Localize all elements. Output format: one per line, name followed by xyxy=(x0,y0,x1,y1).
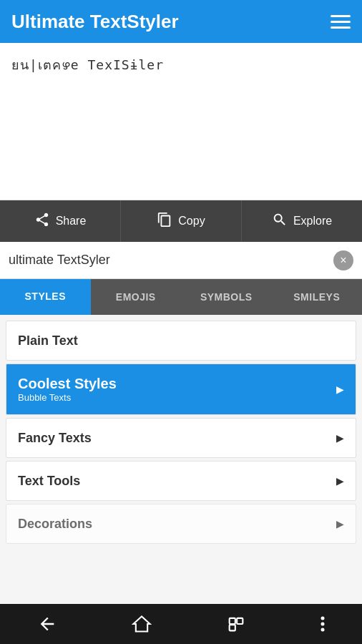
tab-symbols[interactable]: SYMBOLS xyxy=(181,279,272,315)
home-icon xyxy=(132,614,152,634)
item-label: Plain Text xyxy=(18,333,78,348)
svg-rect-1 xyxy=(230,618,235,624)
arrow-icon: ▶ xyxy=(336,475,344,487)
expanded-row: Coolest Styles Bubble Texts ▶ xyxy=(18,376,344,403)
svg-rect-2 xyxy=(237,618,243,624)
arrow-icon: ▶ xyxy=(336,384,344,395)
svg-rect-3 xyxy=(230,625,235,630)
share-button[interactable]: Share xyxy=(0,200,121,242)
list-item[interactable]: Coolest Styles Bubble Texts ▶ xyxy=(6,364,356,415)
copy-label: Copy xyxy=(178,215,205,228)
app-title: Ultimate TextStyler xyxy=(11,11,179,33)
tab-smileys[interactable]: SMILEYS xyxy=(272,279,363,315)
clear-search-button[interactable]: × xyxy=(333,250,353,270)
copy-button[interactable]: Copy xyxy=(121,200,242,242)
copy-icon xyxy=(157,212,172,231)
list-item[interactable]: Decorations ▶ xyxy=(6,504,356,544)
search-bar: × xyxy=(0,242,362,279)
back-icon xyxy=(37,614,57,634)
tab-emojis[interactable]: EMOJIS xyxy=(91,279,182,315)
more-nav-button[interactable] xyxy=(306,610,339,638)
share-icon xyxy=(34,212,50,231)
svg-point-6 xyxy=(321,628,325,632)
app-header: Ultimate TextStyler xyxy=(0,0,362,43)
action-bar: Share Copy Explore xyxy=(0,200,362,242)
item-label: Text Tools xyxy=(18,474,80,489)
item-label: Coolest Styles xyxy=(18,376,117,392)
home-nav-button[interactable] xyxy=(117,608,166,640)
tab-styles[interactable]: STYLES xyxy=(0,279,91,315)
recents-nav-button[interactable] xyxy=(212,608,260,640)
back-nav-button[interactable] xyxy=(23,608,72,640)
list-item[interactable]: Fancy Texts ▶ xyxy=(6,418,356,458)
svg-point-5 xyxy=(321,623,325,626)
list-item[interactable]: Text Tools ▶ xyxy=(6,461,356,501)
more-icon xyxy=(321,615,325,633)
bottom-nav-bar xyxy=(0,604,362,644)
styles-list: Plain Text Coolest Styles Bubble Texts ▶… xyxy=(0,315,362,604)
search-input[interactable] xyxy=(9,253,333,268)
text-preview-area: ยน|เตคഴe TexISɨler xyxy=(0,43,362,200)
expanded-content: Coolest Styles Bubble Texts xyxy=(18,376,117,403)
svg-marker-0 xyxy=(133,617,150,632)
arrow-icon: ▶ xyxy=(336,432,344,444)
svg-point-4 xyxy=(321,617,325,620)
list-item[interactable]: Plain Text xyxy=(6,321,356,361)
title-bold: TextStyler xyxy=(90,11,179,32)
clear-icon: × xyxy=(340,254,346,267)
item-label: Decorations xyxy=(18,517,92,532)
item-label: Fancy Texts xyxy=(18,431,92,446)
share-label: Share xyxy=(56,215,87,228)
tabs-bar: STYLES EMOJIS SYMBOLS SMILEYS xyxy=(0,279,362,315)
explore-button[interactable]: Explore xyxy=(242,200,362,242)
recents-icon xyxy=(226,614,246,634)
explore-icon xyxy=(272,212,288,231)
explore-label: Explore xyxy=(293,215,332,228)
arrow-icon: ▶ xyxy=(336,518,344,530)
styled-text-preview: ยน|เตคഴe TexISɨler xyxy=(11,54,164,75)
item-sublabel: Bubble Texts xyxy=(18,392,117,403)
title-plain: Ultimate xyxy=(11,11,90,32)
menu-button[interactable] xyxy=(331,15,351,29)
